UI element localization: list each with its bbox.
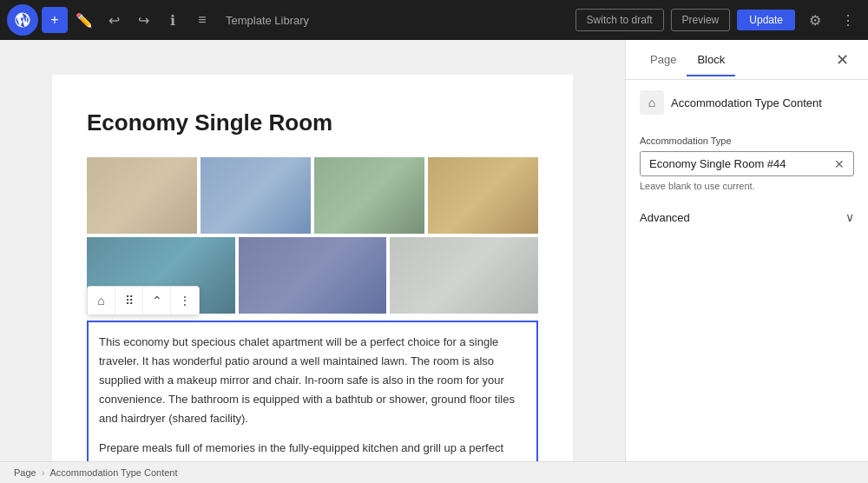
topbar-actions: Switch to draft Preview Update ⚙ ⋮ — [575, 7, 861, 33]
redo-button[interactable]: ↪ — [130, 7, 156, 33]
breadcrumb-separator: › — [42, 467, 45, 478]
panel-close-button[interactable]: ✕ — [830, 48, 854, 72]
settings-button[interactable]: ⚙ — [802, 7, 828, 33]
gallery-image-1[interactable] — [87, 157, 197, 234]
advanced-chevron-icon: ∨ — [845, 210, 854, 224]
field-label: Accommodation Type — [640, 136, 854, 146]
block-icon: ⌂ — [640, 90, 664, 115]
more-options-button[interactable]: ⋮ — [835, 7, 861, 33]
accommodation-type-input[interactable] — [641, 152, 829, 175]
gallery-block-type-icon[interactable]: ⌂ — [88, 287, 115, 314]
gallery-image-7[interactable] — [390, 237, 538, 314]
gallery-toolbar: ⌂ ⠿ ⌃ ⋮ — [87, 286, 200, 315]
gallery-image-4[interactable] — [428, 157, 538, 234]
gallery-row-2-wrap: ⌂ ⠿ ⌃ ⋮ — [87, 237, 538, 314]
editor-content: Economy Single Room ⌂ ⠿ ⌃ ⋮ — [52, 75, 573, 461]
breadcrumb-page[interactable]: Page — [14, 467, 36, 478]
tab-page[interactable]: Page — [640, 44, 687, 76]
list-view-button[interactable]: ≡ — [189, 7, 215, 33]
advanced-section[interactable]: Advanced ∨ — [626, 202, 868, 233]
accommodation-type-field-group: Accommodation Type ✕ Leave blank to use … — [626, 125, 868, 202]
page-title: Economy Single Room — [87, 109, 538, 136]
field-clear-button[interactable]: ✕ — [829, 154, 850, 175]
panel-header: Page Block ✕ — [626, 40, 868, 80]
update-button[interactable]: Update — [737, 10, 795, 30]
preview-button[interactable]: Preview — [671, 9, 731, 31]
text-content-block[interactable]: This economy but specious chalet apartme… — [87, 321, 538, 461]
tab-block[interactable]: Block — [687, 44, 735, 76]
gallery-row-1 — [87, 157, 538, 234]
info-button[interactable]: ℹ — [160, 7, 186, 33]
right-panel: Page Block ✕ ⌂ Accommodation Type Conten… — [625, 40, 868, 461]
wordpress-logo[interactable] — [7, 4, 38, 36]
paragraph-2: Prepare meals full of memories in the fu… — [99, 439, 526, 461]
paragraph-1: This economy but specious chalet apartme… — [99, 333, 526, 428]
gallery-image-6[interactable] — [239, 237, 387, 314]
edit-button[interactable]: ✏️ — [71, 7, 97, 33]
block-title: Accommodation Type Content — [671, 96, 822, 109]
editor-title: Template Library — [226, 14, 572, 27]
gallery-image-2[interactable] — [201, 157, 311, 234]
advanced-label: Advanced — [640, 211, 845, 224]
panel-block-header: ⌂ Accommodation Type Content — [626, 80, 868, 125]
undo-button[interactable]: ↩ — [101, 7, 127, 33]
breadcrumb: Page › Accommodation Type Content — [0, 461, 868, 483]
editor-area: Economy Single Room ⌂ ⠿ ⌃ ⋮ — [0, 40, 625, 461]
gallery-image-3[interactable] — [314, 157, 424, 234]
breadcrumb-current: Accommodation Type Content — [49, 467, 177, 478]
gallery-move-up-down[interactable]: ⌃ — [143, 287, 171, 314]
gallery-drag-handle[interactable]: ⠿ — [115, 287, 143, 314]
field-hint: Leave blank to use current. — [640, 181, 854, 191]
main-layout: Economy Single Room ⌂ ⠿ ⌃ ⋮ — [0, 40, 868, 461]
add-block-button[interactable]: + — [42, 7, 68, 33]
switch-to-draft-button[interactable]: Switch to draft — [575, 9, 664, 31]
gallery-more-options[interactable]: ⋮ — [171, 287, 199, 314]
topbar: + ✏️ ↩ ↪ ℹ ≡ Template Library Switch to … — [0, 0, 868, 40]
field-input-wrap: ✕ — [640, 151, 854, 176]
